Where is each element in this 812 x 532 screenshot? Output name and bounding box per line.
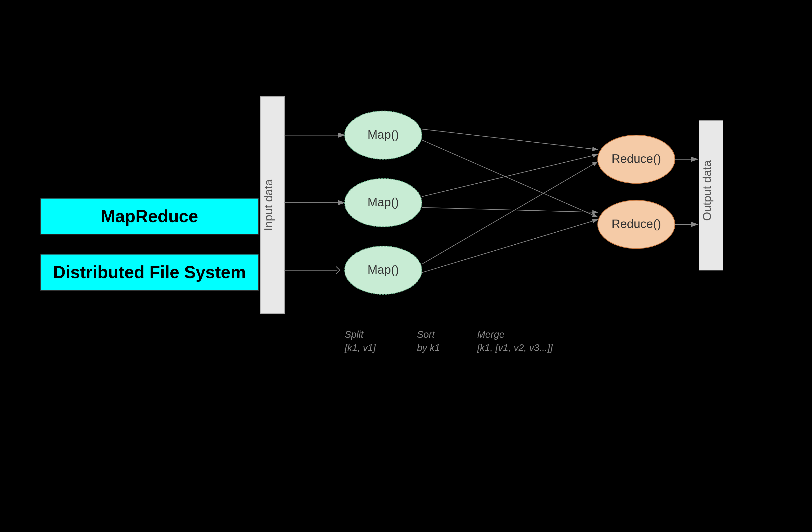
svg-text:Map(): Map() [367, 128, 399, 141]
svg-line-11 [422, 129, 598, 150]
svg-text:Sort: Sort [417, 329, 435, 340]
dfs-label: Distributed File System [40, 254, 259, 291]
svg-line-15 [422, 162, 598, 264]
svg-text:[k1, [v1, v2, v3...]]: [k1, [v1, v2, v3...]] [477, 342, 553, 353]
svg-text:Merge: Merge [477, 329, 505, 340]
svg-text:Map(): Map() [367, 195, 399, 209]
svg-line-14 [422, 208, 598, 212]
svg-line-12 [422, 140, 598, 217]
svg-text:Input data: Input data [262, 179, 275, 231]
svg-text:by k1: by k1 [417, 342, 440, 353]
diagram-container: MapReduce Distributed File System Input … [0, 0, 812, 532]
svg-text:Output data: Output data [701, 160, 713, 221]
svg-text:Reduce(): Reduce() [611, 217, 661, 230]
mapreduce-label: MapReduce [40, 198, 259, 235]
mapreduce-diagram: Input data Map() Map() Map() Redu [241, 48, 795, 458]
svg-text:Map(): Map() [367, 263, 399, 277]
svg-line-13 [422, 154, 598, 197]
left-labels: MapReduce Distributed File System [40, 198, 259, 291]
svg-line-16 [422, 220, 598, 272]
svg-text:Split: Split [345, 329, 364, 340]
svg-text:[k1, v1]: [k1, v1] [345, 342, 376, 353]
svg-text:Reduce(): Reduce() [611, 152, 661, 166]
